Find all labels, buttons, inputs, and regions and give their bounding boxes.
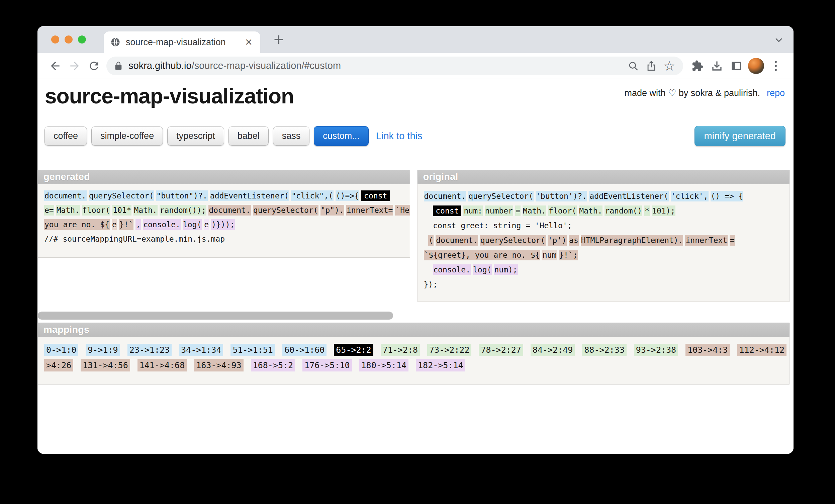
mapping-chip[interactable]: 34->1:34	[179, 344, 223, 356]
code-segment[interactable]: innerText	[685, 235, 728, 246]
code-segment[interactable]: )}));	[211, 219, 235, 230]
code-segment[interactable]: }!`	[119, 219, 134, 230]
code-segment[interactable]: number	[485, 205, 513, 216]
kebab-menu-icon[interactable]	[766, 56, 786, 76]
repo-link[interactable]: repo	[767, 88, 785, 98]
code-segment[interactable]: addEventListener(	[210, 190, 289, 201]
window-minimize-button[interactable]	[65, 36, 73, 43]
mapping-chip[interactable]: 176->5:10	[302, 359, 352, 371]
code-segment[interactable]: =	[730, 235, 735, 246]
code-segment[interactable]: `${greet}, you are no. ${	[424, 250, 540, 260]
mapping-chip[interactable]: 141->4:68	[138, 359, 187, 371]
code-segment[interactable]: querySelector(	[253, 205, 319, 216]
mapping-chip[interactable]: 88->2:33	[582, 344, 626, 356]
code-segment[interactable]: log(	[183, 219, 202, 230]
code-segment[interactable]: Math.	[579, 205, 603, 216]
code-segment[interactable]: Math.	[523, 205, 546, 216]
code-segment[interactable]: =	[515, 205, 521, 216]
code-segment[interactable]: `He	[395, 205, 410, 216]
mapping-chip[interactable]: 180->5:14	[359, 359, 408, 371]
code-segment[interactable]: 'button')?.	[535, 191, 587, 201]
share-icon[interactable]	[642, 57, 660, 75]
code-segment[interactable]: (	[428, 235, 433, 246]
forward-icon[interactable]	[65, 56, 84, 76]
example-button-sass[interactable]: sass	[273, 126, 310, 146]
mapping-chip[interactable]: 112->4:12	[737, 344, 787, 356]
mapping-chip[interactable]: 131->4:56	[81, 359, 130, 371]
mapping-chip[interactable]: 71->2:8	[381, 344, 420, 356]
example-button-custom[interactable]: custom...	[314, 126, 369, 146]
horizontal-scrollbar-thumb[interactable]	[38, 311, 393, 320]
code-segment[interactable]: *	[644, 205, 650, 216]
mapping-chip[interactable]: 0->1:0	[44, 344, 78, 356]
example-button-babel[interactable]: babel	[228, 126, 269, 146]
code-segment[interactable]: querySelector(	[89, 190, 154, 201]
profile-avatar[interactable]	[748, 58, 764, 74]
code-segment[interactable]: 'click',	[671, 191, 709, 201]
mapping-chip[interactable]: 103->4:3	[686, 344, 730, 356]
code-segment[interactable]: log(	[473, 264, 492, 275]
code-segment[interactable]: querySelector(	[468, 191, 534, 201]
mapping-chip[interactable]: 60->1:60	[282, 344, 326, 356]
search-icon[interactable]	[624, 57, 642, 75]
code-segment[interactable]: as	[569, 235, 579, 246]
code-segment[interactable]: addEventListener(	[589, 191, 668, 201]
mapping-chip[interactable]: 168->5:2	[251, 359, 295, 371]
code-segment[interactable]: floor(	[82, 205, 110, 216]
window-close-button[interactable]	[51, 36, 59, 43]
code-segment[interactable]: "button")?.	[156, 190, 208, 201]
back-icon[interactable]	[45, 56, 65, 76]
code-segment[interactable]: document.	[208, 205, 251, 216]
code-segment[interactable]: console.	[433, 264, 471, 275]
code-segment[interactable]: console.	[143, 219, 181, 230]
minify-generated-button[interactable]: minify generated	[694, 126, 786, 146]
code-segment[interactable]: Math.	[56, 205, 80, 216]
extensions-puzzle-icon[interactable]	[688, 56, 707, 76]
code-segment[interactable]: floor(	[548, 205, 577, 216]
mapping-chip[interactable]: 93->2:38	[634, 344, 678, 356]
mapping-chip[interactable]: 23->1:23	[127, 344, 171, 356]
code-segment[interactable]: const	[361, 190, 390, 201]
bookmark-star-icon[interactable]: ☆	[660, 57, 678, 75]
generated-code[interactable]: document.querySelector("button")?.addEve…	[38, 184, 410, 258]
code-segment[interactable]: num	[542, 250, 557, 260]
code-segment[interactable]: ,	[136, 219, 141, 230]
example-button-coffee[interactable]: coffee	[44, 126, 87, 146]
code-segment[interactable]: innerText=	[346, 205, 393, 216]
code-segment[interactable]: 101);	[652, 205, 675, 216]
mapping-chip[interactable]: 163->4:93	[194, 359, 243, 371]
original-code[interactable]: document.querySelector('button')?.addEve…	[418, 184, 790, 302]
code-segment[interactable]: "p").	[321, 205, 344, 216]
code-segment[interactable]: random()	[605, 205, 642, 216]
code-segment[interactable]: e	[204, 219, 209, 230]
code-segment[interactable]: you are no. ${	[44, 219, 110, 230]
mapping-chip[interactable]: 73->2:22	[427, 344, 471, 356]
new-tab-button[interactable]: +	[274, 29, 284, 49]
tab-close-icon[interactable]: ×	[244, 36, 253, 48]
mapping-chip[interactable]: 51->1:51	[230, 344, 274, 356]
mapping-chip[interactable]: 78->2:27	[479, 344, 523, 356]
code-segment[interactable]: () => {	[711, 191, 744, 201]
code-segment[interactable]: "click",(	[291, 190, 333, 201]
code-segment[interactable]: document.	[435, 235, 478, 246]
code-segment[interactable]: e=	[44, 205, 54, 216]
window-zoom-button[interactable]	[78, 36, 86, 43]
link-to-this[interactable]: Link to this	[376, 130, 423, 142]
example-button-simple-coffee[interactable]: simple-coffee	[91, 126, 163, 146]
code-segment[interactable]: random());	[160, 205, 206, 216]
code-segment[interactable]: const	[433, 205, 461, 216]
reload-icon[interactable]	[84, 56, 104, 76]
download-icon[interactable]	[707, 56, 727, 76]
address-bar[interactable]: sokra.github.io/source-map-visualization…	[106, 57, 683, 75]
code-segment[interactable]: }!`;	[559, 250, 578, 260]
code-segment[interactable]: document.	[424, 191, 466, 201]
browser-tab[interactable]: source-map-visualization ×	[104, 32, 260, 53]
mapping-chip[interactable]: 9->1:9	[86, 344, 120, 356]
code-segment[interactable]: 'p')	[548, 235, 567, 246]
code-segment[interactable]: Math.	[134, 205, 157, 216]
mapping-chip[interactable]: >4:26	[44, 359, 73, 371]
code-segment[interactable]: num:	[463, 205, 483, 216]
code-segment[interactable]: 101*	[113, 205, 131, 216]
mapping-chip[interactable]: 65->2:2	[334, 344, 373, 356]
mapping-chip[interactable]: 84->2:49	[531, 344, 575, 356]
